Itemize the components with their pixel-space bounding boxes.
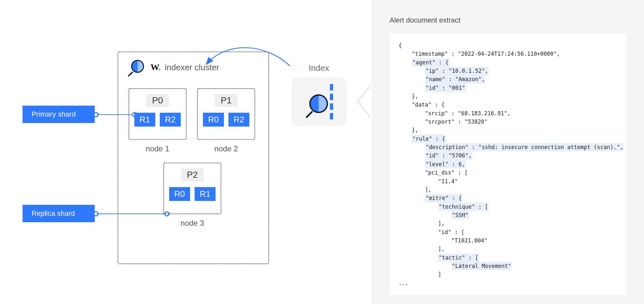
json-line: "data" : { xyxy=(399,100,617,109)
replica-shard-label: Replica shard xyxy=(23,205,95,222)
magnifier-icon xyxy=(308,94,324,110)
json-line: "technique" : [ xyxy=(399,203,617,211)
json-line: "ip" : "10.0.1.52", xyxy=(399,67,617,75)
json-line: "level" : 6, xyxy=(399,160,617,168)
json-line: "T1021.004" xyxy=(399,236,617,245)
wazuh-logo-mark: W. xyxy=(150,62,160,72)
cluster-diagram: Primary shard Replica shard W. indexer c… xyxy=(0,0,370,304)
primary-shard-label: Primary shard xyxy=(23,106,95,123)
json-line: "tactic" : [ xyxy=(399,253,617,262)
replica-shard-badge: R2 xyxy=(160,113,181,127)
cluster-header: W. indexer cluster xyxy=(118,52,268,75)
cluster-label: indexer cluster xyxy=(165,62,219,72)
json-line: "name" : "Amazon", xyxy=(399,75,617,83)
json-line: "id" : [ xyxy=(399,228,617,236)
replica-shard-badge: R1 xyxy=(134,113,155,127)
index-bars-icon xyxy=(330,84,333,119)
json-line: "timestamp" : "2022-04-24T17:24:56.110+0… xyxy=(399,50,617,58)
json-line: "srcport" : "53820" xyxy=(399,118,617,126)
replica-shard-badge: R0 xyxy=(169,187,190,201)
magnifier-icon xyxy=(130,59,146,75)
json-line: "description" : "sshd: insecure connecti… xyxy=(399,143,617,151)
index-tile: Index xyxy=(287,63,351,126)
json-line: "pci_dss" : [ xyxy=(399,168,617,177)
node-label: node 1 xyxy=(146,144,169,153)
json-line: ], xyxy=(399,245,617,253)
replica-shard-badge: R1 xyxy=(195,187,216,201)
primary-shard-badge: P0 xyxy=(146,94,169,107)
json-line: }, xyxy=(399,126,617,134)
node-box: P1 R0 R2 node 2 xyxy=(197,88,255,140)
index-label: Index xyxy=(287,63,351,73)
json-line: "agent" : { xyxy=(399,58,617,67)
json-line: "rule" : { xyxy=(399,135,617,143)
json-line: "srcip" : "68.183.216.91", xyxy=(399,109,617,118)
replica-shard-badge: R2 xyxy=(228,113,249,127)
index-box xyxy=(292,78,346,126)
node-box: P0 R1 R2 node 1 xyxy=(129,88,187,140)
json-line: ... xyxy=(399,279,617,287)
json-line: ], xyxy=(399,219,617,228)
primary-shard-badge: P1 xyxy=(215,94,237,107)
node-label: node 3 xyxy=(180,219,204,228)
json-line: "id" : "5706", xyxy=(399,151,617,160)
json-line: ], xyxy=(399,185,617,194)
indexer-cluster-box: W. indexer cluster P0 R1 R2 node 1 P1 R0… xyxy=(118,52,269,264)
replica-shard-badge: R0 xyxy=(203,113,224,127)
alert-panel: Alert document extract { "timestamp" : "… xyxy=(372,0,644,304)
diagram-canvas: Primary shard Replica shard W. indexer c… xyxy=(0,0,644,304)
json-line: "Lateral Movement" xyxy=(399,262,617,270)
json-line: "11.4" xyxy=(399,177,617,185)
primary-shard-badge: P2 xyxy=(181,168,204,181)
json-line: "mitre" : { xyxy=(399,194,617,202)
json-line: "SSH" xyxy=(399,211,617,219)
json-line: }, xyxy=(399,92,617,100)
json-line: ] xyxy=(399,270,617,279)
alert-json-box: { "timestamp" : "2022-04-24T17:24:56.110… xyxy=(389,33,626,295)
alert-title: Alert document extract xyxy=(389,16,626,24)
node-label: node 2 xyxy=(214,144,238,153)
json-line: { xyxy=(399,41,617,50)
node-box: P2 R0 R1 node 3 xyxy=(163,163,221,214)
json-line: "id" : "001" xyxy=(399,84,617,92)
